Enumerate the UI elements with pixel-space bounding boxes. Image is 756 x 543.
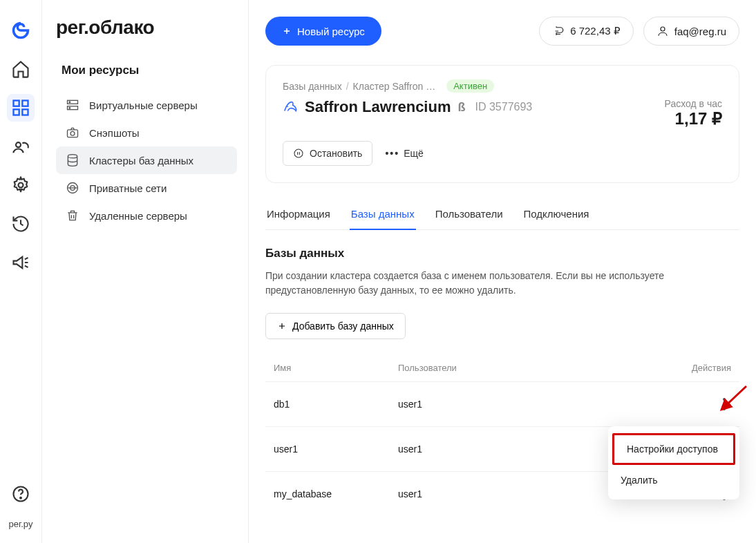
tab-info[interactable]: Информация [265, 200, 332, 229]
row-menu-button[interactable] [717, 397, 731, 411]
sidebar-title: Мои ресурсы [62, 64, 237, 77]
account-pill[interactable]: faq@reg.ru [643, 17, 739, 46]
help-icon[interactable] [7, 480, 35, 508]
sidebar-item-snapshots[interactable]: Снэпшоты [56, 119, 237, 146]
svg-rect-0 [14, 101, 19, 106]
db-name: user1 [274, 444, 398, 455]
popup-delete[interactable]: Удалить [608, 466, 739, 494]
breadcrumb: Базы данных / Кластер Saffron … Активен [283, 79, 722, 93]
svg-rect-3 [22, 109, 28, 115]
cluster-id: ID 3577693 [475, 101, 532, 113]
svg-rect-1 [22, 101, 28, 106]
balance-value: 6 722,43 ₽ [570, 25, 621, 37]
sidebar-item-networks[interactable]: Приватные сети [56, 174, 237, 202]
db-name: db1 [274, 399, 398, 410]
sidebar: рег.облако Мои ресурсы Виртуальные серве… [41, 0, 249, 543]
footer-brand[interactable]: рег.ру [0, 519, 41, 543]
tab-connections[interactable]: Подключения [522, 200, 591, 229]
sidebar-item-deleted[interactable]: Удаленные серверы [56, 202, 237, 229]
history-icon[interactable] [7, 210, 35, 238]
svg-point-4 [16, 142, 21, 147]
gear-icon[interactable] [7, 171, 35, 199]
account-email: faq@reg.ru [674, 26, 726, 37]
brand: рег.облако [56, 17, 237, 39]
main: Новый ресурс 6 722,43 ₽ faq@reg.ru Базы … [249, 0, 756, 543]
breadcrumb-cluster[interactable]: Кластер Saffron … [353, 81, 436, 92]
sidebar-item-label: Виртуальные серверы [89, 99, 198, 111]
stop-label: Остановить [310, 148, 362, 159]
svg-rect-12 [68, 130, 78, 137]
home-icon[interactable] [7, 55, 35, 83]
sidebar-item-label: Кластеры баз данных [89, 155, 193, 166]
row-actions-popup: Настройки доступов Удалить [608, 426, 739, 499]
mysql-icon [283, 99, 298, 115]
sidebar-item-label: Удаленные серверы [89, 210, 187, 222]
dots-icon: ••• [385, 148, 399, 159]
tab-users[interactable]: Пользователи [434, 200, 504, 229]
sidebar-item-label: Приватные сети [89, 182, 167, 194]
svg-rect-2 [14, 109, 19, 115]
svg-point-14 [68, 155, 77, 158]
tab-databases[interactable]: Базы данных [350, 200, 416, 229]
section-title: Базы данных [265, 247, 739, 260]
announce-icon[interactable] [7, 249, 35, 276]
breadcrumb-root[interactable]: Базы данных [283, 81, 342, 92]
new-resource-label: Новый ресурс [297, 26, 365, 37]
stop-button[interactable]: Остановить [283, 141, 372, 166]
table-row: db1 user1 Настройки доступов Удалить [265, 381, 739, 426]
usage-label: Расход в час [665, 98, 722, 109]
svg-point-17 [294, 149, 303, 158]
dashboard-icon[interactable] [7, 94, 35, 122]
col-name: Имя [274, 363, 398, 373]
svg-point-13 [70, 131, 75, 135]
col-actions: Действия [662, 363, 731, 373]
topbar: Новый ресурс 6 722,43 ₽ faq@reg.ru [265, 17, 739, 46]
users-icon[interactable] [7, 133, 35, 160]
svg-point-7 [20, 497, 21, 499]
more-label: Ещё [404, 148, 424, 159]
db-table: Имя Пользователи Действия db1 user1 Наст… [265, 359, 739, 516]
cluster-name: Saffron Lawrencium [305, 98, 451, 116]
col-users: Пользователи [398, 363, 662, 373]
new-resource-button[interactable]: Новый ресурс [265, 17, 381, 46]
sidebar-item-vms[interactable]: Виртуальные серверы [56, 91, 237, 119]
usage-value: 1,17 ₽ [665, 109, 722, 128]
icon-rail: рег.ру [0, 0, 41, 543]
logo-icon[interactable] [7, 17, 35, 44]
tabs: Информация Базы данных Пользователи Подк… [265, 200, 739, 230]
cluster-card: Базы данных / Кластер Saffron … Активен … [265, 65, 739, 183]
add-database-button[interactable]: Добавить базу данных [265, 313, 406, 339]
balance-pill[interactable]: 6 722,43 ₽ [539, 17, 634, 46]
svg-point-11 [69, 107, 70, 108]
breadcrumb-sep: / [346, 81, 349, 92]
status-badge: Активен [446, 79, 494, 93]
section-description: При создании кластера создается база с и… [265, 269, 708, 298]
svg-point-16 [661, 27, 665, 31]
add-database-label: Добавить базу данных [292, 321, 394, 332]
beta-badge: ß [457, 100, 465, 115]
svg-point-5 [19, 183, 23, 188]
sidebar-item-label: Снэпшоты [89, 127, 140, 139]
sidebar-item-db-clusters[interactable]: Кластеры баз данных [56, 146, 237, 174]
db-user: user1 [398, 399, 662, 410]
more-button[interactable]: ••• Ещё [385, 148, 423, 159]
popup-access-settings[interactable]: Настройки доступов [612, 433, 735, 465]
db-name: my_database [274, 488, 398, 499]
svg-point-10 [69, 102, 70, 103]
